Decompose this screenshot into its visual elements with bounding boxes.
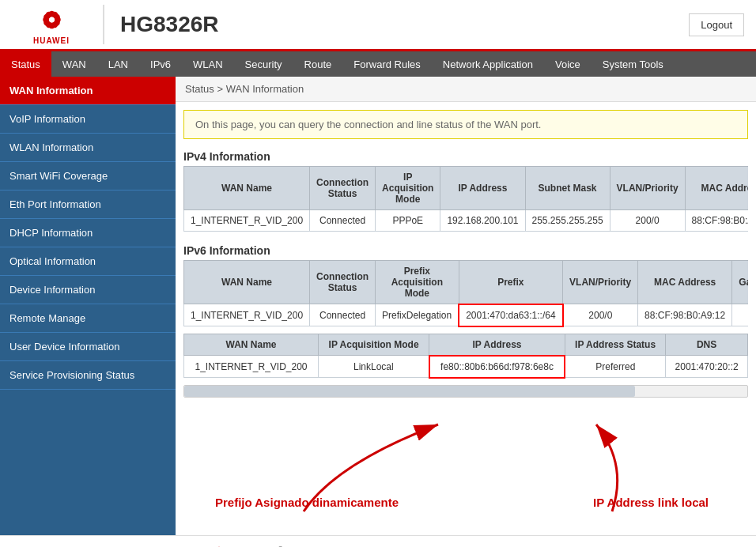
ipv4-cell-mac: 88:CF:98:B0:A9:12 <box>685 210 748 232</box>
ipv6-col-gateway: Gateway <box>732 261 748 304</box>
sidebar-item-user-device[interactable]: User Device Information <box>0 333 176 361</box>
breadcrumb: Status > WAN Information <box>176 77 756 102</box>
ipv6-col-wan-name: WAN Name <box>184 261 310 304</box>
ipv6-table: WAN Name ConnectionStatus Prefix Acquisi… <box>183 260 748 327</box>
ipv4-section-title: IPv4 Information <box>176 144 756 166</box>
ipv6-cell-vlan: 200/0 <box>563 304 638 326</box>
device-title: HG8326R <box>104 12 689 37</box>
nav-item-voice[interactable]: Voice <box>544 51 592 77</box>
ipv4-row-1: 1_INTERNET_R_VID_200 Connected PPPoE 192… <box>184 210 749 232</box>
nav-item-network-application[interactable]: Network Application <box>432 51 544 77</box>
nav-item-wan[interactable]: WAN <box>51 51 97 77</box>
nav-item-wlan[interactable]: WLAN <box>182 51 234 77</box>
ipv4-table-wrap: WAN Name ConnectionStatus IPAcquisitionM… <box>183 166 748 232</box>
ipv4-col-mac: MAC Address <box>685 167 748 210</box>
sidebar-item-service-provisioning[interactable]: Service Provisioning Status <box>0 361 176 390</box>
ipv6-col-mac: MAC Address <box>638 261 732 304</box>
ipv4-col-ip-acq: IPAcquisitionMode <box>376 167 440 210</box>
nav-item-lan[interactable]: LAN <box>97 51 139 77</box>
scrollbar[interactable] <box>183 385 748 398</box>
ipv4-cell-vlan: 200/0 <box>610 210 685 232</box>
ipv6addr-col-ip-addr: IP Address <box>429 334 565 356</box>
ipv4-table: WAN Name ConnectionStatus IPAcquisitionM… <box>183 166 748 232</box>
logo-text: HUAWEI <box>33 36 70 45</box>
ipv6-addr-table-wrap: WAN Name IP Acquisition Mode IP Address … <box>183 334 748 379</box>
sidebar-item-smart-wifi[interactable]: Smart WiFi Coverage <box>0 162 176 191</box>
ipv4-cell-subnet: 255.255.255.255 <box>525 210 610 232</box>
sidebar-item-device-info[interactable]: Device Information <box>0 276 176 304</box>
nav-item-system-tools[interactable]: System Tools <box>592 51 675 77</box>
ipv6-cell-wan-name: 1_INTERNET_R_VID_200 <box>184 304 310 326</box>
ipv4-col-conn-status: ConnectionStatus <box>310 167 376 210</box>
ipv4-col-vlan: VLAN/Priority <box>610 167 685 210</box>
annotation-area: Prefijo Asignado dinamicamente IP Addres… <box>176 401 756 527</box>
ipv6-col-vlan: VLAN/Priority <box>563 261 638 304</box>
ip-local-annotation-label: IP Address link local <box>593 496 709 509</box>
huawei-logo-icon <box>34 5 70 35</box>
ipv6addr-col-dns: DNS <box>666 334 748 356</box>
logout-button[interactable]: Logout <box>689 13 744 36</box>
ipv6addr-col-ip-acq: IP Acquisition Mode <box>319 334 429 356</box>
ipv6addr-cell-dns: 2001:470:20::2 <box>666 356 748 378</box>
ipv4-cell-wan-name: 1_INTERNET_R_VID_200 <box>184 210 310 232</box>
ipv6-col-prefix: Prefix <box>459 261 562 304</box>
ipv4-col-wan-name: WAN Name <box>184 167 310 210</box>
ipv6-cell-mac: 88:CF:98:B0:A9:12 <box>638 304 732 326</box>
footer: Copyright © Huawei Technologies Co., Ltd… <box>0 535 756 547</box>
ipv4-cell-ip-acq: PPPoE <box>376 210 440 232</box>
sidebar-item-remote-manage[interactable]: Remote Manage <box>0 304 176 333</box>
main-content: Status > WAN Information On this page, y… <box>176 77 756 535</box>
ipv6-cell-prefix: 2001:470:da63:1::/64 <box>459 304 562 326</box>
nav-bar: Status WAN LAN IPv6 WLAN Security Route … <box>0 51 756 77</box>
ipv6-table-wrap: WAN Name ConnectionStatus Prefix Acquisi… <box>183 260 748 327</box>
ipv6addr-col-wan-name: WAN Name <box>184 334 319 356</box>
nav-item-forward-rules[interactable]: Forward Rules <box>342 51 432 77</box>
ipv6-col-prefix-acq: Prefix AcquisitionMode <box>376 261 459 304</box>
ipv4-cell-ip-addr: 192.168.200.101 <box>440 210 525 232</box>
ipv6addr-cell-ip-status: Preferred <box>565 356 665 378</box>
ipv6-cell-gateway: -- <box>732 304 748 326</box>
layout: WAN Information VoIP Information WLAN In… <box>0 77 756 535</box>
sidebar-item-voip-information[interactable]: VoIP Information <box>0 105 176 134</box>
sidebar-item-dhcp[interactable]: DHCP Information <box>0 219 176 247</box>
ipv6-cell-conn-status: Connected <box>310 304 376 326</box>
nav-item-security[interactable]: Security <box>234 51 293 77</box>
nav-item-ipv6[interactable]: IPv6 <box>139 51 182 77</box>
sidebar-item-wan-information[interactable]: WAN Information <box>0 77 176 105</box>
prefix-annotation-label: Prefijo Asignado dinamicamente <box>215 496 399 509</box>
footer-logo-icon <box>210 544 228 547</box>
ipv6-row-1: 1_INTERNET_R_VID_200 Connected PrefixDel… <box>184 304 749 326</box>
ipv6-addr-row-1: 1_INTERNET_R_VID_200 LinkLocal fe80::80b… <box>184 356 748 378</box>
nav-item-route[interactable]: Route <box>293 51 343 77</box>
ipv6addr-cell-ip-acq: LinkLocal <box>319 356 429 378</box>
sidebar-item-optical[interactable]: Optical Information <box>0 247 176 276</box>
ipv6addr-col-ip-status: IP Address Status <box>565 334 665 356</box>
ipv6-cell-prefix-acq: PrefixDelegation <box>376 304 459 326</box>
logo-area: HUAWEI <box>0 0 103 51</box>
header: HUAWEI HG8326R Logout <box>0 0 756 51</box>
info-notice: On this page, you can query the connecti… <box>183 110 748 139</box>
nav-item-status[interactable]: Status <box>0 51 51 77</box>
sidebar: WAN Information VoIP Information WLAN In… <box>0 77 176 535</box>
ipv4-col-subnet: Subnet Mask <box>525 167 610 210</box>
sidebar-item-eth-port[interactable]: Eth Port Information <box>0 191 176 219</box>
ipv6addr-cell-wan-name: 1_INTERNET_R_VID_200 <box>184 356 319 378</box>
sidebar-item-wlan-information[interactable]: WLAN Information <box>0 134 176 162</box>
ipv6-col-conn-status: ConnectionStatus <box>310 261 376 304</box>
ipv6-addr-table: WAN Name IP Acquisition Mode IP Address … <box>183 334 748 379</box>
ipv6-section-title: IPv6 Information <box>176 238 756 260</box>
ipv4-col-ip-addr: IP Address <box>440 167 525 210</box>
ipv6addr-cell-ip-addr: fe80::80b6:b66d:f978:6e8c <box>429 356 565 378</box>
ipv4-cell-conn-status: Connected <box>310 210 376 232</box>
